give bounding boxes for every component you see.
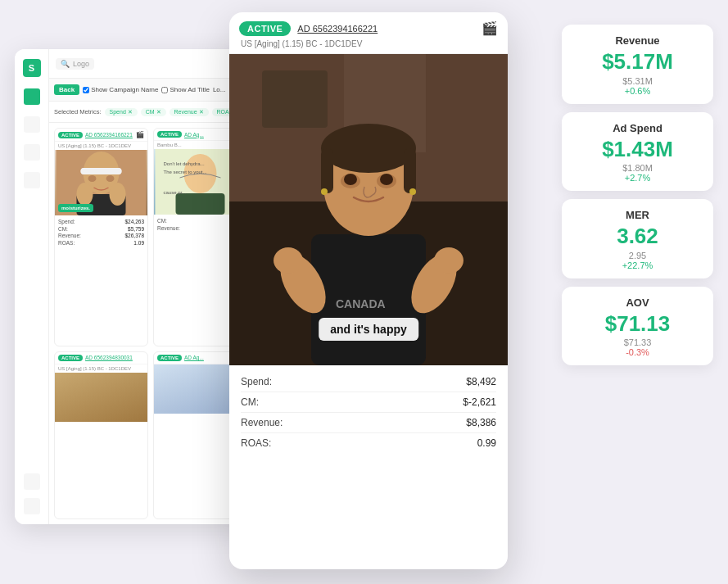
mer-value: 3.62 bbox=[573, 224, 702, 248]
ad-subtitle-3: US [Aging] (1.15) BC - 1DC1DEV bbox=[55, 364, 147, 373]
phone-ad-id[interactable]: AD 6562394166221 bbox=[297, 24, 378, 34]
svg-point-4 bbox=[88, 175, 97, 182]
sidebar: S bbox=[15, 49, 49, 524]
active-badge-4: ACTIVE bbox=[157, 355, 182, 361]
center-phone-panel: ACTIVE AD 6562394166221 🎬 US [Aging] (1.… bbox=[229, 12, 508, 569]
active-badge-1: ACTIVE bbox=[58, 132, 83, 138]
metric-card-revenue: Revenue $5.17M $5.31M +0.6% bbox=[562, 25, 713, 104]
metric-card-ad-spend: Ad Spend $1.43M $1.80M +2.7% bbox=[562, 112, 713, 192]
svg-rect-24 bbox=[404, 148, 416, 193]
ad-id-4[interactable]: AD Ag... bbox=[184, 355, 204, 360]
revenue-value: $8,386 bbox=[466, 417, 496, 428]
revenue-label: Revenue: bbox=[241, 417, 283, 428]
svg-rect-3 bbox=[81, 168, 122, 174]
ad-spend-title: Ad Spend bbox=[573, 122, 702, 134]
revenue-title: Revenue bbox=[573, 34, 702, 47]
chip-spend[interactable]: Spend ✕ bbox=[105, 108, 138, 116]
sidebar-icon-settings[interactable] bbox=[24, 172, 40, 188]
sidebar-icon-date[interactable] bbox=[24, 498, 40, 514]
roas-label: ROAS: bbox=[241, 437, 271, 449]
clapper-icon-1: 🎬 bbox=[136, 131, 144, 138]
sidebar-icon-analytics[interactable] bbox=[24, 144, 40, 161]
spend-value: $8,492 bbox=[466, 376, 496, 387]
ad-spend-sub: $1.80M bbox=[573, 163, 702, 173]
svg-text:Don't let dehydra...: Don't let dehydra... bbox=[164, 161, 206, 166]
ad-stats-1: Spend:$24,263 CM:$5,759 Revenue:$26,378 … bbox=[55, 215, 147, 249]
show-ad-title-check[interactable]: Show Ad Title bbox=[161, 86, 209, 93]
sidebar-icon-home[interactable] bbox=[24, 88, 40, 105]
phone-header: ACTIVE AD 6562394166221 🎬 US [Aging] (1.… bbox=[229, 12, 508, 54]
svg-point-8 bbox=[110, 183, 126, 206]
mer-title: MER bbox=[573, 209, 702, 221]
svg-point-5 bbox=[106, 175, 115, 182]
cm-value: $-2,621 bbox=[463, 396, 496, 408]
svg-text:cause pr...: cause pr... bbox=[164, 190, 187, 195]
aov-value: $71.13 bbox=[573, 312, 702, 336]
aov-sub: $71.33 bbox=[573, 337, 702, 347]
aov-change: -0.3% bbox=[573, 347, 702, 357]
chip-cm[interactable]: CM ✕ bbox=[141, 108, 166, 116]
svg-rect-11 bbox=[176, 193, 225, 215]
metrics-bar: Selected Metrics: Spend ✕ CM ✕ Revenue ✕… bbox=[49, 102, 252, 123]
sidebar-icon-expand[interactable] bbox=[24, 473, 40, 490]
stat-roas: ROAS: 0.99 bbox=[241, 433, 496, 453]
ad-spend-value: $1.43M bbox=[573, 138, 702, 161]
video-area: CANADA bbox=[229, 54, 508, 365]
ad-id-3[interactable]: AD 6562394830031 bbox=[85, 355, 133, 360]
toolbar: Back Show Campaign Name Show Ad Title Lo… bbox=[49, 79, 252, 102]
cm-label: CM: bbox=[241, 396, 259, 408]
load-label: Lo... bbox=[213, 86, 226, 93]
phone-subtitle: US [Aging] (1.15) BC - 1DC1DEV bbox=[239, 39, 498, 48]
top-bar: 🔍 Logo bbox=[49, 49, 252, 79]
active-badge-2: ACTIVE bbox=[157, 131, 182, 138]
main-content: 🔍 Logo Back Show Campaign Name Show Ad T… bbox=[49, 49, 252, 524]
phone-header-row1: ACTIVE AD 6562394166221 🎬 bbox=[239, 20, 498, 36]
svg-point-22 bbox=[321, 124, 416, 173]
revenue-sub: $5.31M bbox=[573, 76, 702, 86]
ad-card-1[interactable]: ACTIVE AD 6562394166221 🎬 US [Aging] (1.… bbox=[54, 128, 148, 346]
sidebar-bottom bbox=[24, 473, 40, 524]
svg-text:CANADA: CANADA bbox=[336, 297, 386, 310]
moisturizes-badge: moisturizes. bbox=[58, 204, 93, 212]
ad-card-3[interactable]: ACTIVE AD 6562394830031 US [Aging] (1.15… bbox=[54, 351, 148, 519]
caption-box: and it's happy bbox=[319, 318, 418, 341]
chip-revenue[interactable]: Revenue ✕ bbox=[170, 108, 209, 116]
svg-point-28 bbox=[380, 174, 393, 185]
revenue-value: $5.17M bbox=[573, 50, 702, 74]
phone-clapper-icon: 🎬 bbox=[482, 20, 498, 36]
phone-active-badge: ACTIVE bbox=[239, 21, 291, 36]
roas-value: 0.99 bbox=[477, 437, 496, 449]
ad-thumb-3 bbox=[55, 373, 147, 422]
svg-point-7 bbox=[77, 183, 93, 206]
ad-grid: ACTIVE AD 6562394166221 🎬 US [Aging] (1.… bbox=[49, 123, 252, 524]
ad-subtitle-1: US [Aging] (1.15) BC - 1DC1DEV bbox=[55, 142, 147, 150]
search-box[interactable]: 🔍 Logo bbox=[56, 58, 94, 70]
svg-point-34 bbox=[434, 247, 463, 274]
show-campaign-name-check[interactable]: Show Campaign Name bbox=[83, 86, 158, 93]
stat-revenue: Revenue: $8,386 bbox=[241, 413, 496, 433]
stat-spend: Spend: $8,492 bbox=[241, 372, 496, 392]
sidebar-logo[interactable]: S bbox=[23, 59, 41, 77]
metric-card-aov: AOV $71.13 $71.33 -0.3% bbox=[562, 287, 713, 366]
aov-title: AOV bbox=[573, 297, 702, 309]
ad-id-1[interactable]: AD 6562394166221 bbox=[85, 132, 133, 138]
svg-text:The secret to yout...: The secret to yout... bbox=[164, 170, 207, 174]
back-button[interactable]: Back bbox=[54, 84, 79, 95]
active-badge-3: ACTIVE bbox=[58, 355, 83, 361]
metrics-bar-label: Selected Metrics: bbox=[54, 108, 102, 115]
svg-point-33 bbox=[274, 247, 303, 274]
search-placeholder: Logo bbox=[73, 60, 89, 68]
metric-card-mer: MER 3.62 2.95 +22.7% bbox=[562, 199, 713, 278]
ad-id-2[interactable]: AD Ag... bbox=[184, 132, 204, 138]
sidebar-icon-campaigns[interactable] bbox=[24, 116, 40, 133]
load-check[interactable]: Lo... bbox=[213, 86, 226, 93]
show-campaign-name-label: Show Campaign Name bbox=[91, 86, 158, 93]
right-metrics-panel: Revenue $5.17M $5.31M +0.6% Ad Spend $1.… bbox=[562, 25, 713, 365]
left-dashboard-panel: S 🔍 Logo Back Show Campaign Name Show Ad… bbox=[15, 49, 252, 524]
svg-point-27 bbox=[344, 174, 357, 185]
mer-change: +22.7% bbox=[573, 260, 702, 270]
show-ad-title-label: Show Ad Title bbox=[170, 86, 209, 93]
svg-point-29 bbox=[321, 188, 328, 195]
spend-label: Spend: bbox=[241, 376, 272, 387]
ad-spend-change: +2.7% bbox=[573, 173, 702, 183]
